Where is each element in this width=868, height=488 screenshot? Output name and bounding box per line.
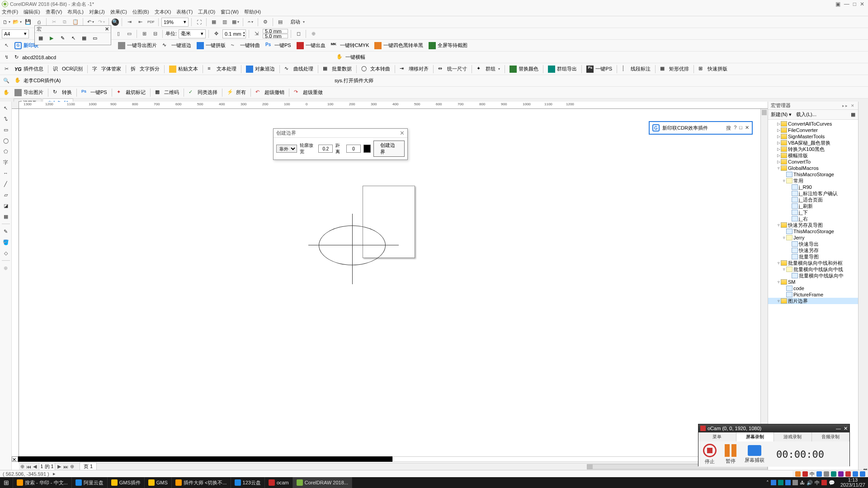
page-mode2-icon[interactable]: ⊟: [151, 29, 160, 38]
act-super-undo[interactable]: ↶超级撤销: [254, 88, 286, 97]
taskbar-clock[interactable]: 1:132023/11/27: [838, 478, 868, 488]
help-square-icon[interactable]: ▣: [835, 1, 840, 7]
tree-node[interactable]: 批量导图: [768, 253, 858, 260]
yg-rect-arrange[interactable]: ▦矩形优排: [658, 65, 691, 74]
add-tool[interactable]: ⊕: [1, 263, 10, 272]
taskbar-item[interactable]: GMS插件: [108, 477, 145, 488]
macro-vba-icon[interactable]: ▦: [851, 112, 855, 117]
page-last-icon[interactable]: ⏭: [62, 464, 69, 469]
macro-record-icon[interactable]: ▦: [80, 34, 88, 42]
page-preset-combo[interactable]: A4▾: [2, 29, 29, 38]
search-icon[interactable]: 🔍: [112, 19, 119, 26]
new-button[interactable]: 🗋: [2, 18, 11, 27]
tree-node[interactable]: ▿GlobalMacros: [768, 165, 858, 171]
tray-action-icon[interactable]: 💬: [829, 480, 835, 486]
menu-table[interactable]: 表格(T): [176, 9, 193, 15]
maximize-button[interactable]: □: [853, 1, 856, 7]
bleed-icon[interactable]: ◻: [294, 29, 303, 38]
yg-group-export[interactable]: 群组导出: [546, 65, 579, 74]
freehand-tool[interactable]: ᔐ: [1, 114, 10, 123]
tree-node[interactable]: ▷ConvertTo: [768, 159, 858, 165]
yg-font[interactable]: 字字体管家: [90, 65, 123, 74]
ocam-tab-game[interactable]: 游戏录制: [774, 432, 812, 441]
unit-combo[interactable]: 毫米▾: [179, 29, 206, 38]
ocam-pause-button[interactable]: 暂停: [725, 444, 736, 465]
yg-curve[interactable]: ∿曲线处理: [283, 65, 315, 74]
xyl-4to1black[interactable]: 一键四色黑转单黑: [373, 41, 425, 50]
page-prev-icon[interactable]: ◀: [32, 464, 38, 469]
tree-node[interactable]: ThisMacroStorage: [768, 171, 858, 178]
taskbar-item[interactable]: 123云盘: [231, 477, 265, 488]
pick-tool-mini[interactable]: ↖: [2, 41, 11, 50]
act-qr[interactable]: ▩二维码: [153, 88, 181, 97]
tray-ime[interactable]: 中: [815, 479, 820, 486]
panel-collapse-icon[interactable]: ▸▸ ✕: [842, 103, 855, 108]
yg-align[interactable]: ⇥增移对齐: [398, 65, 430, 74]
orient-landscape-icon[interactable]: ▭: [125, 29, 134, 38]
tree-node[interactable]: ▷SignMasterTools: [768, 133, 858, 140]
act-cropmark[interactable]: ✦裁切标记: [115, 88, 147, 97]
start-button[interactable]: ⊞: [0, 477, 13, 488]
tree-node[interactable]: ▿SM: [768, 279, 858, 285]
transparency-tool[interactable]: ▦: [1, 212, 10, 221]
yg-objpatrol[interactable]: 对象巡边: [244, 65, 277, 74]
xyl-fullscreen-cap[interactable]: 全屏等待截图: [427, 41, 469, 50]
xyl-help-icon[interactable]: ?: [734, 125, 736, 131]
xyl-plugin-panel[interactable]: G 新印联CDR效率插件 搜 ? □ ✕: [649, 121, 753, 135]
save-button[interactable]: 💾: [24, 18, 33, 27]
shape-tool-mini[interactable]: ↯: [2, 53, 11, 62]
menu-help[interactable]: 帮助(H): [244, 9, 261, 15]
ocam-tab-screen[interactable]: 屏幕录制: [736, 432, 774, 441]
act-ps[interactable]: Ps一键PS: [80, 88, 109, 97]
polygon-tool[interactable]: ⬠: [1, 147, 10, 156]
tree-node[interactable]: j_刷新: [768, 203, 858, 209]
refresh-icon[interactable]: ↻: [13, 53, 20, 61]
tray-icon[interactable]: [771, 480, 776, 485]
launch-dropdown[interactable]: 启动: [288, 18, 307, 26]
yg-unisize[interactable]: ⇔统一尺寸: [436, 65, 469, 74]
menu-window[interactable]: 窗口(W): [221, 9, 239, 15]
xyl-impose[interactable]: 一键拼版: [195, 41, 227, 50]
close-button[interactable]: ✕: [860, 1, 864, 7]
tray2-icon[interactable]: [838, 471, 844, 477]
minimize-button[interactable]: —: [844, 1, 849, 7]
page-current[interactable]: 1 的 1: [39, 463, 55, 470]
eyedropper-tool[interactable]: ✎: [1, 227, 10, 236]
zoom-tool-mini[interactable]: 🔍: [2, 76, 11, 85]
tree-node[interactable]: ▿常用: [768, 178, 858, 184]
macro-win-close[interactable]: ✕: [105, 26, 109, 32]
tray2-icon[interactable]: [824, 471, 829, 477]
orient-portrait-icon[interactable]: ▯: [114, 29, 123, 38]
taskbar-item[interactable]: GMS: [145, 477, 172, 488]
tree-node[interactable]: ▿快速另存及导图: [768, 222, 858, 228]
tree-node[interactable]: ▿批量横向中线纵向中线: [768, 266, 858, 272]
ruler-corner[interactable]: [12, 102, 19, 109]
one-click-banner[interactable]: ✋一键横幅: [335, 53, 367, 62]
launch-grid-icon[interactable]: ▤: [276, 18, 285, 27]
macro-play-icon[interactable]: ▶: [47, 34, 56, 42]
tray-icon[interactable]: [793, 480, 798, 485]
menu-edit[interactable]: 编辑(E): [24, 9, 40, 15]
laoli-plugin[interactable]: ✋老李CDR插件(A): [13, 76, 63, 85]
status-expand-icon[interactable]: ▸: [53, 471, 56, 477]
yg-text2curve[interactable]: ◯文本转曲: [359, 65, 392, 74]
menu-object[interactable]: 对象(J): [89, 9, 105, 15]
menu-tools[interactable]: 工具(O): [198, 9, 215, 15]
tray-icon[interactable]: [821, 480, 827, 485]
import-button[interactable]: ⇥: [125, 18, 134, 27]
page-add-icon[interactable]: ⊕: [19, 464, 25, 469]
macro-calendar-icon[interactable]: ▦: [37, 34, 45, 42]
ruler-vertical[interactable]: [12, 109, 19, 463]
connector-tool[interactable]: ╱: [1, 179, 10, 188]
ocam-window[interactable]: oCam (0, 0, 1920, 1080)—✕ 菜单 屏幕录制 游戏录制 音…: [698, 424, 850, 466]
ocam-capture-button[interactable]: 屏幕捕获: [745, 445, 764, 464]
tray2-icon[interactable]: [802, 471, 808, 477]
ruler-horizontal[interactable]: 1300120011001000900800700600500400300200…: [19, 102, 768, 109]
macro-stop-icon[interactable]: ▭: [91, 34, 99, 42]
macro-new-button[interactable]: 新建(N) ▾: [771, 111, 792, 118]
yg-textproc[interactable]: ≡文本处理: [206, 65, 238, 74]
taskbar-item[interactable]: 搜索 - 华印 - 中文...: [13, 477, 72, 488]
tray2-icon[interactable]: [853, 471, 858, 477]
macro-edit-icon[interactable]: ✎: [58, 34, 66, 42]
menu-bitmap[interactable]: 位图(B): [132, 9, 149, 15]
